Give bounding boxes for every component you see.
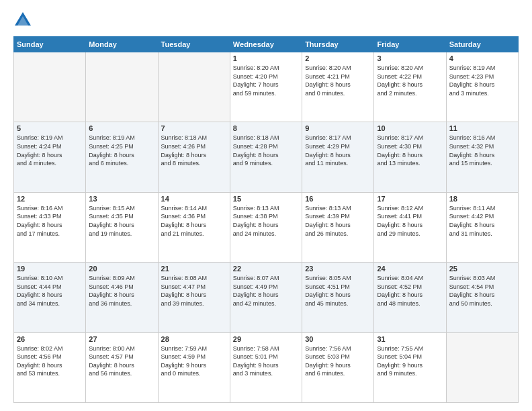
day-number: 19 [17, 265, 83, 273]
day-info: Sunrise: 8:18 AM Sunset: 4:26 PM Dayligh… [161, 134, 227, 167]
day-number: 2 [305, 54, 371, 62]
day-number: 26 [17, 335, 83, 343]
day-info: Sunrise: 8:04 AM Sunset: 4:52 PM Dayligh… [377, 274, 443, 308]
day-info: Sunrise: 8:02 AM Sunset: 4:56 PM Dayligh… [17, 345, 83, 378]
weekday-header: Thursday [302, 37, 374, 52]
calendar-day-cell [14, 52, 86, 122]
day-number: 3 [377, 54, 443, 62]
day-info: Sunrise: 8:15 AM Sunset: 4:35 PM Dayligh… [89, 204, 154, 238]
day-number: 21 [161, 265, 227, 273]
day-number: 7 [161, 124, 227, 132]
day-info: Sunrise: 8:17 AM Sunset: 4:29 PM Dayligh… [305, 134, 371, 167]
day-info: Sunrise: 8:09 AM Sunset: 4:46 PM Dayligh… [89, 274, 154, 308]
calendar-day-cell: 1Sunrise: 8:20 AM Sunset: 4:20 PM Daylig… [230, 52, 302, 122]
calendar-day-cell: 30Sunrise: 7:56 AM Sunset: 5:03 PM Dayli… [302, 332, 374, 402]
day-info: Sunrise: 8:20 AM Sunset: 4:22 PM Dayligh… [377, 64, 443, 97]
calendar-day-cell: 29Sunrise: 7:58 AM Sunset: 5:01 PM Dayli… [230, 332, 302, 402]
day-number: 31 [377, 335, 443, 343]
calendar-day-cell: 23Sunrise: 8:05 AM Sunset: 4:51 PM Dayli… [302, 263, 374, 332]
day-number: 11 [449, 124, 515, 132]
day-info: Sunrise: 7:55 AM Sunset: 5:04 PM Dayligh… [377, 345, 443, 378]
day-info: Sunrise: 8:12 AM Sunset: 4:41 PM Dayligh… [377, 204, 443, 238]
calendar-day-cell: 15Sunrise: 8:13 AM Sunset: 4:38 PM Dayli… [230, 192, 302, 262]
calendar-week-row: 1Sunrise: 8:20 AM Sunset: 4:20 PM Daylig… [14, 52, 519, 122]
day-number: 25 [449, 265, 515, 273]
day-number: 20 [89, 265, 154, 273]
calendar-day-cell: 27Sunrise: 8:00 AM Sunset: 4:57 PM Dayli… [86, 332, 158, 402]
logo-icon [13, 11, 32, 30]
calendar-day-cell: 12Sunrise: 8:16 AM Sunset: 4:33 PM Dayli… [14, 192, 86, 262]
calendar-day-cell: 21Sunrise: 8:08 AM Sunset: 4:47 PM Dayli… [158, 263, 230, 332]
calendar-day-cell: 17Sunrise: 8:12 AM Sunset: 4:41 PM Dayli… [374, 192, 446, 262]
day-number: 4 [449, 54, 515, 62]
day-info: Sunrise: 8:07 AM Sunset: 4:49 PM Dayligh… [233, 274, 299, 308]
calendar-week-row: 26Sunrise: 8:02 AM Sunset: 4:56 PM Dayli… [14, 332, 519, 402]
day-number: 12 [17, 195, 83, 203]
weekday-header: Sunday [14, 37, 86, 52]
day-number: 6 [89, 124, 154, 132]
day-number: 16 [305, 195, 371, 203]
calendar-day-cell: 14Sunrise: 8:14 AM Sunset: 4:36 PM Dayli… [158, 192, 230, 262]
day-number: 17 [377, 195, 443, 203]
day-info: Sunrise: 8:14 AM Sunset: 4:36 PM Dayligh… [161, 204, 227, 238]
day-number: 1 [233, 54, 299, 62]
calendar-week-row: 19Sunrise: 8:10 AM Sunset: 4:44 PM Dayli… [14, 263, 519, 332]
day-number: 24 [377, 265, 443, 273]
day-number: 29 [233, 335, 299, 343]
day-number: 27 [89, 335, 154, 343]
day-info: Sunrise: 8:17 AM Sunset: 4:30 PM Dayligh… [377, 134, 443, 167]
day-info: Sunrise: 8:16 AM Sunset: 4:32 PM Dayligh… [449, 134, 515, 167]
calendar-day-cell: 22Sunrise: 8:07 AM Sunset: 4:49 PM Dayli… [230, 263, 302, 332]
day-info: Sunrise: 8:08 AM Sunset: 4:47 PM Dayligh… [161, 274, 227, 308]
day-info: Sunrise: 8:03 AM Sunset: 4:54 PM Dayligh… [449, 274, 515, 308]
header [13, 11, 519, 30]
day-number: 22 [233, 265, 299, 273]
day-number: 15 [233, 195, 299, 203]
calendar-day-cell: 8Sunrise: 8:18 AM Sunset: 4:28 PM Daylig… [230, 122, 302, 192]
weekday-header: Tuesday [158, 37, 230, 52]
calendar-day-cell: 18Sunrise: 8:11 AM Sunset: 4:42 PM Dayli… [446, 192, 518, 262]
calendar-day-cell [86, 52, 158, 122]
calendar-day-cell: 20Sunrise: 8:09 AM Sunset: 4:46 PM Dayli… [86, 263, 158, 332]
calendar-day-cell: 4Sunrise: 8:19 AM Sunset: 4:23 PM Daylig… [446, 52, 518, 122]
day-info: Sunrise: 8:19 AM Sunset: 4:24 PM Dayligh… [17, 134, 83, 167]
calendar-week-row: 5Sunrise: 8:19 AM Sunset: 4:24 PM Daylig… [14, 122, 519, 192]
calendar: SundayMondayTuesdayWednesdayThursdayFrid… [13, 36, 519, 403]
calendar-day-cell: 2Sunrise: 8:20 AM Sunset: 4:21 PM Daylig… [302, 52, 374, 122]
day-info: Sunrise: 8:13 AM Sunset: 4:39 PM Dayligh… [305, 204, 371, 238]
day-number: 28 [161, 335, 227, 343]
calendar-day-cell: 11Sunrise: 8:16 AM Sunset: 4:32 PM Dayli… [446, 122, 518, 192]
calendar-day-cell: 6Sunrise: 8:19 AM Sunset: 4:25 PM Daylig… [86, 122, 158, 192]
day-info: Sunrise: 7:59 AM Sunset: 4:59 PM Dayligh… [161, 345, 227, 378]
weekday-header: Monday [86, 37, 158, 52]
calendar-header-row: SundayMondayTuesdayWednesdayThursdayFrid… [14, 37, 519, 52]
calendar-day-cell: 24Sunrise: 8:04 AM Sunset: 4:52 PM Dayli… [374, 263, 446, 332]
day-info: Sunrise: 7:56 AM Sunset: 5:03 PM Dayligh… [305, 345, 371, 378]
day-info: Sunrise: 8:18 AM Sunset: 4:28 PM Dayligh… [233, 134, 299, 167]
logo [13, 11, 35, 30]
day-info: Sunrise: 8:20 AM Sunset: 4:20 PM Dayligh… [233, 64, 299, 97]
day-info: Sunrise: 8:10 AM Sunset: 4:44 PM Dayligh… [17, 274, 83, 308]
calendar-day-cell: 26Sunrise: 8:02 AM Sunset: 4:56 PM Dayli… [14, 332, 86, 402]
day-info: Sunrise: 8:13 AM Sunset: 4:38 PM Dayligh… [233, 204, 299, 238]
calendar-day-cell: 9Sunrise: 8:17 AM Sunset: 4:29 PM Daylig… [302, 122, 374, 192]
day-info: Sunrise: 8:05 AM Sunset: 4:51 PM Dayligh… [305, 274, 371, 308]
day-number: 13 [89, 195, 154, 203]
calendar-day-cell: 10Sunrise: 8:17 AM Sunset: 4:30 PM Dayli… [374, 122, 446, 192]
day-info: Sunrise: 8:11 AM Sunset: 4:42 PM Dayligh… [449, 204, 515, 238]
calendar-day-cell: 19Sunrise: 8:10 AM Sunset: 4:44 PM Dayli… [14, 263, 86, 332]
day-number: 8 [233, 124, 299, 132]
day-number: 9 [305, 124, 371, 132]
day-number: 14 [161, 195, 227, 203]
calendar-day-cell: 3Sunrise: 8:20 AM Sunset: 4:22 PM Daylig… [374, 52, 446, 122]
calendar-week-row: 12Sunrise: 8:16 AM Sunset: 4:33 PM Dayli… [14, 192, 519, 262]
day-info: Sunrise: 7:58 AM Sunset: 5:01 PM Dayligh… [233, 345, 299, 378]
weekday-header: Saturday [446, 37, 518, 52]
day-info: Sunrise: 8:19 AM Sunset: 4:23 PM Dayligh… [449, 64, 515, 97]
day-number: 23 [305, 265, 371, 273]
weekday-header: Wednesday [230, 37, 302, 52]
calendar-day-cell: 13Sunrise: 8:15 AM Sunset: 4:35 PM Dayli… [86, 192, 158, 262]
calendar-day-cell: 25Sunrise: 8:03 AM Sunset: 4:54 PM Dayli… [446, 263, 518, 332]
weekday-header: Friday [374, 37, 446, 52]
calendar-day-cell: 5Sunrise: 8:19 AM Sunset: 4:24 PM Daylig… [14, 122, 86, 192]
